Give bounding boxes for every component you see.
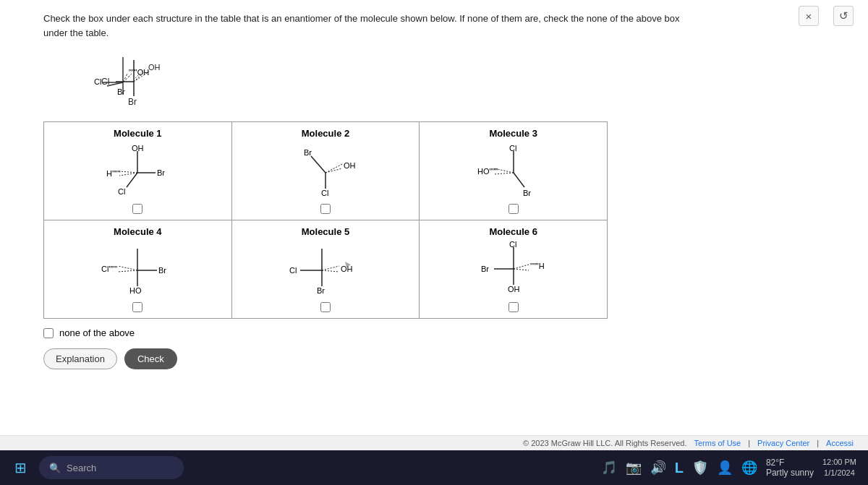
reference-molecule-draw: Cl OH Br — [94, 50, 181, 111]
svg-line-42 — [118, 266, 137, 270]
none-of-above[interactable]: none of the above — [43, 327, 825, 338]
svg-text:HO: HO — [129, 286, 142, 295]
weather-temp: 82°F — [766, 458, 784, 468]
molecule-1-cell: Molecule 1 OH H""" Br — [44, 122, 232, 220]
clock-time: 12:00 PM — [822, 457, 856, 468]
svg-text:Cl: Cl — [289, 266, 297, 275]
svg-text:Cl: Cl — [101, 77, 109, 87]
taskbar-icon-shield[interactable]: 🛡️ — [692, 460, 708, 476]
molecule-6-checkbox[interactable] — [509, 302, 519, 312]
molecule-2-img: Br OH Cl — [239, 143, 412, 201]
bottom-buttons: Explanation Check — [43, 348, 825, 369]
molecule-5-img: Cl OH Br — [239, 241, 412, 299]
clock-date: 1/1/2024 — [824, 468, 855, 478]
molecule-3-checkbox[interactable] — [509, 204, 519, 214]
svg-line-63 — [514, 269, 529, 270]
molecule-4-checkbox[interactable] — [132, 302, 142, 312]
copyright-text: © 2023 McGraw Hill LLC. All Rights Reser… — [523, 439, 686, 447]
top-right-icons: × ↺ — [799, 6, 854, 26]
molecule-2-label: Molecule 2 — [239, 128, 412, 139]
taskbar-icon-user[interactable]: 👤 — [717, 460, 733, 476]
search-bar[interactable]: 🔍 Search — [39, 456, 184, 479]
svg-line-43 — [118, 270, 137, 272]
svg-text:Cl: Cl — [509, 145, 516, 153]
molecule-3-label: Molecule 3 — [427, 128, 600, 139]
svg-text:Br: Br — [128, 97, 137, 107]
molecule-3-cell: Molecule 3 Cl HO""" Br — [420, 122, 608, 220]
reference-molecule: Cl """OH Br Cl — [87, 50, 825, 111]
molecule-4-img: Cl""" Br HO — [51, 241, 224, 299]
weather-desc: Partly sunny — [766, 468, 814, 478]
svg-line-12 — [134, 72, 145, 82]
taskbar-time[interactable]: 12:00 PM 1/1/2024 — [822, 457, 856, 479]
accessi-link[interactable]: Accessi — [826, 439, 854, 447]
undo-icon[interactable]: ↺ — [833, 6, 854, 26]
search-icon: 🔍 — [49, 463, 61, 473]
check-button[interactable]: Check — [124, 348, 177, 369]
svg-line-20 — [119, 173, 137, 176]
explanation-button[interactable]: Explanation — [43, 348, 117, 369]
svg-line-29 — [326, 168, 342, 173]
sep2: | — [817, 439, 819, 447]
close-icon[interactable]: × — [799, 6, 819, 26]
taskbar-icon-l[interactable]: L — [675, 460, 684, 476]
svg-text:OH: OH — [132, 145, 144, 153]
svg-text:H""": H""" — [106, 169, 121, 178]
svg-text:Br: Br — [304, 148, 312, 157]
molecule-2-cell: Molecule 2 Br OH Cl — [231, 122, 420, 220]
svg-text:Br: Br — [158, 266, 166, 275]
svg-text:HO""": HO""" — [477, 167, 498, 176]
molecule-3-img: Cl HO""" Br — [427, 143, 600, 201]
copyright-bar: © 2023 McGraw Hill LLC. All Rights Reser… — [0, 435, 868, 450]
svg-text:OH: OH — [148, 63, 161, 72]
svg-line-27 — [311, 156, 326, 173]
svg-text:Br: Br — [481, 265, 489, 273]
molecule-1-checkbox[interactable] — [132, 204, 142, 214]
taskbar-icon-chrome[interactable]: 🌐 — [741, 460, 757, 476]
none-of-above-checkbox[interactable] — [43, 328, 54, 338]
molecule-6-img: Cl Br """H OH — [427, 241, 600, 299]
terms-link[interactable]: Terms of Use — [694, 439, 741, 447]
search-placeholder: Search — [67, 463, 96, 473]
svg-line-52 — [322, 266, 339, 270]
svg-line-53 — [322, 270, 339, 272]
molecule-5-checkbox-area[interactable] — [239, 302, 412, 312]
svg-text:Br: Br — [317, 286, 325, 295]
molecule-2-checkbox-area[interactable] — [239, 204, 412, 214]
molecule-2-checkbox[interactable] — [320, 204, 331, 214]
svg-text:Cl: Cl — [118, 187, 125, 196]
taskbar-icon-3[interactable]: 🔊 — [650, 460, 666, 476]
svg-line-25 — [127, 173, 137, 187]
molecules-table: Molecule 1 OH H""" Br — [43, 121, 608, 319]
svg-text:Br: Br — [157, 168, 165, 177]
svg-text:Cl""": Cl""" — [101, 265, 117, 273]
windows-logo-icon: ⊞ — [14, 459, 27, 476]
none-of-above-label: none of the above — [59, 327, 135, 338]
molecule-4-cell: Molecule 4 Cl""" Br HO — [44, 220, 232, 319]
molecule-4-label: Molecule 4 — [51, 226, 224, 237]
molecule-5-cell: Molecule 5 Cl OH Br — [231, 220, 420, 319]
svg-text:OH: OH — [508, 285, 520, 293]
taskbar-icon-1[interactable]: 🎵 — [601, 460, 617, 476]
svg-line-13 — [134, 72, 149, 82]
svg-text:Cl: Cl — [321, 189, 328, 197]
molecule-1-label: Molecule 1 — [51, 128, 224, 139]
molecule-4-checkbox-area[interactable] — [51, 302, 224, 312]
molecule-5-checkbox[interactable] — [320, 302, 331, 312]
sep1: | — [748, 439, 750, 447]
svg-line-39 — [514, 173, 524, 187]
taskbar-icon-2[interactable]: 📷 — [626, 460, 642, 476]
svg-text:"""H: """H — [530, 262, 545, 270]
weather-widget[interactable]: 82°F Partly sunny — [766, 458, 814, 478]
svg-line-21 — [119, 171, 137, 173]
privacy-link[interactable]: Privacy Center — [757, 439, 809, 447]
svg-line-30 — [326, 164, 342, 173]
molecule-6-cell: Molecule 6 Cl Br """H — [420, 220, 608, 319]
svg-text:Cl: Cl — [509, 241, 516, 249]
molecule-6-checkbox-area[interactable] — [427, 302, 600, 312]
start-button[interactable]: ⊞ — [7, 455, 33, 481]
molecule-1-checkbox-area[interactable] — [51, 204, 224, 214]
svg-line-62 — [514, 265, 529, 269]
molecule-1-img: OH H""" Br Cl — [51, 143, 224, 201]
molecule-3-checkbox-area[interactable] — [427, 204, 600, 214]
